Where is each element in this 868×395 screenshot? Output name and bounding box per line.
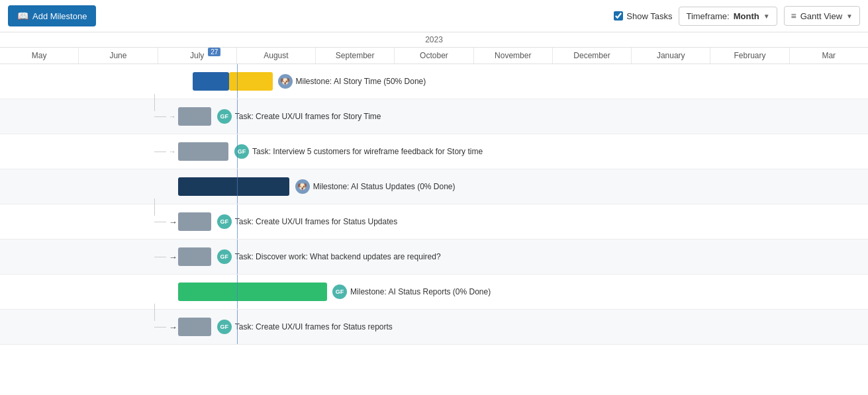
milestone-label: Milestone: AI Status Reports (0% Done)	[350, 287, 491, 296]
task-bar[interactable]	[178, 212, 211, 231]
horizontal-line	[154, 222, 166, 222]
add-milestone-label: Add Milestone	[32, 11, 87, 21]
milestone-bar[interactable]	[178, 177, 289, 196]
task-label: Task: Create UX/UI frames for Status Upd…	[235, 217, 397, 226]
table-row: → GF Task: Discover work: What backend u…	[0, 240, 868, 275]
milestone-label: Milestone: AI Story Time (50% Done)	[296, 77, 426, 86]
bar-label: 🐶 Milestone: AI Status Updates (0% Done)	[295, 179, 456, 194]
avatar-gf: GF	[332, 285, 347, 299]
arrow-icon: →	[169, 322, 177, 332]
gantt-container: 2023 May June July 27 August September O…	[0, 32, 868, 392]
bar-label: GF Task: Discover work: What backend upd…	[217, 249, 441, 264]
book-icon: 📖	[17, 11, 28, 21]
month-july: July 27	[158, 48, 237, 64]
milestone-bar-blue[interactable]	[193, 72, 229, 91]
task-label: Task: Create UX/UI frames for Story Time	[235, 112, 381, 121]
task-bar[interactable]	[178, 318, 211, 336]
table-row: 🐶 Milestone: AI Story Time (50% Done)	[0, 64, 868, 99]
avatar-dog: 🐶	[295, 179, 310, 194]
row-content: → GF Task: Create UX/UI frames for Statu…	[0, 204, 868, 239]
timeframe-value: Month	[734, 11, 759, 21]
row-content: 🐶 Milestone: AI Story Time (50% Done)	[0, 64, 868, 99]
arrow-icon: →	[169, 112, 176, 120]
toolbar: 📖 Add Milestone Show Tasks Timeframe: Mo…	[0, 0, 868, 32]
month-october: October	[395, 48, 473, 64]
month-january: January	[632, 48, 710, 64]
horizontal-line	[154, 257, 166, 257]
bar-label: GF Task: Create UX/UI frames for Status …	[217, 214, 397, 229]
arrow-icon: →	[169, 252, 177, 262]
table-row: → GF Task: Interview 5 customers for wir…	[0, 134, 868, 169]
today-line	[237, 275, 238, 309]
gantt-view-caret-icon: ▼	[846, 13, 853, 20]
task-connector: →	[148, 148, 176, 155]
row-content: → GF Task: Interview 5 customers for wir…	[0, 134, 868, 169]
task-label: Task: Create UX/UI frames for Status rep…	[235, 322, 393, 331]
month-may: May	[0, 48, 79, 64]
bar-label: GF Task: Interview 5 customers for wiref…	[234, 144, 483, 159]
months-row: May June July 27 August September Octobe…	[0, 48, 868, 64]
show-tasks-checkbox[interactable]	[614, 11, 623, 21]
avatar-gf: GF	[217, 249, 232, 264]
gantt-view-label: Gantt View	[800, 11, 842, 21]
task-connector: →	[148, 217, 177, 227]
horizontal-line	[154, 152, 166, 152]
avatar-gf: GF	[217, 214, 232, 229]
today-line	[237, 310, 238, 344]
today-marker: 27	[208, 48, 220, 56]
task-label: Task: Interview 5 customers for wirefram…	[252, 147, 483, 156]
bar-label: GF Milestone: AI Status Reports (0% Done…	[332, 285, 491, 299]
timeframe-caret-icon: ▼	[763, 13, 770, 20]
table-row: 🐶 Milestone: AI Status Updates (0% Done)	[0, 169, 868, 204]
month-september: September	[316, 48, 395, 64]
task-connector: →	[148, 112, 176, 120]
add-milestone-button[interactable]: 📖 Add Milestone	[8, 5, 96, 26]
horizontal-line	[154, 327, 166, 328]
toolbar-left: 📖 Add Milestone	[8, 5, 606, 26]
timeframe-dropdown[interactable]: Timeframe: Month ▼	[679, 7, 777, 26]
gantt-view-dropdown[interactable]: ≡ Gantt View ▼	[784, 6, 860, 26]
year-label: 2023	[425, 35, 443, 44]
month-august: August	[237, 48, 316, 64]
month-november: November	[474, 48, 553, 64]
month-december: December	[553, 48, 632, 64]
show-tasks-toggle[interactable]: Show Tasks	[614, 11, 672, 21]
arrow-icon: →	[169, 148, 176, 155]
today-line	[237, 134, 238, 169]
task-bar[interactable]	[178, 142, 228, 161]
today-line	[237, 64, 238, 99]
vertical-line	[154, 304, 155, 321]
row-content: → GF Task: Discover work: What backend u…	[0, 240, 868, 274]
gantt-lines-icon: ≡	[791, 11, 796, 21]
horizontal-line	[154, 116, 166, 117]
today-line	[237, 240, 238, 274]
today-line	[237, 99, 238, 134]
month-march: Mar	[790, 48, 868, 64]
timeframe-label: Timeframe:	[686, 11, 729, 21]
task-bar[interactable]	[178, 107, 211, 126]
month-february: February	[710, 48, 789, 64]
row-content: → GF Task: Create UX/UI frames for Statu…	[0, 310, 868, 344]
today-line	[237, 169, 238, 204]
vertical-line	[154, 198, 155, 216]
show-tasks-label-text: Show Tasks	[626, 11, 672, 21]
gantt-body: 🐶 Milestone: AI Story Time (50% Done) → …	[0, 64, 868, 392]
year-header: 2023	[0, 32, 868, 48]
month-june: June	[79, 48, 158, 64]
milestone-bar-yellow[interactable]	[229, 72, 273, 91]
row-content: → GF Task: Create UX/UI frames for Story…	[0, 99, 868, 134]
task-bar[interactable]	[178, 247, 211, 266]
row-content: 🐶 Milestone: AI Status Updates (0% Done)	[0, 169, 868, 204]
bar-label: 🐶 Milestone: AI Story Time (50% Done)	[278, 74, 426, 89]
bar-label: GF Task: Create UX/UI frames for Story T…	[217, 109, 381, 124]
milestone-bar-green[interactable]	[178, 283, 327, 301]
avatar-dog: 🐶	[278, 74, 293, 89]
task-label: Task: Discover work: What backend update…	[235, 252, 441, 261]
task-connector: →	[148, 252, 177, 262]
task-connector: →	[148, 322, 177, 332]
bar-label: GF Task: Create UX/UI frames for Status …	[217, 320, 393, 334]
table-row: → GF Task: Create UX/UI frames for Statu…	[0, 310, 868, 345]
arrow-icon: →	[169, 217, 177, 227]
table-row: → GF Task: Create UX/UI frames for Story…	[0, 99, 868, 134]
today-line	[237, 204, 238, 239]
